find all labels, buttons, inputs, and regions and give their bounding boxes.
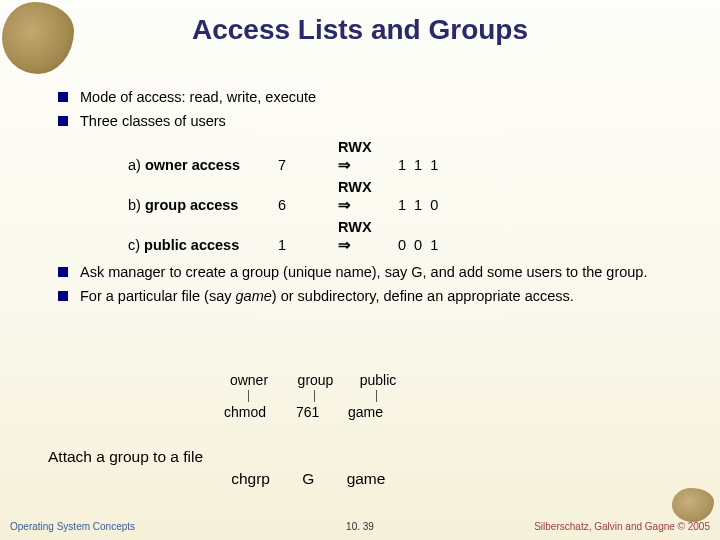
bullet-text: Mode of access: read, write, execute — [80, 88, 680, 108]
perm-octal: 6 — [278, 196, 338, 216]
slide-body: Mode of access: read, write, execute Thr… — [58, 88, 680, 310]
bullet-item: Three classes of users — [58, 112, 680, 132]
perm-bits: 0 0 1 — [398, 236, 458, 256]
bullet-icon — [58, 267, 68, 277]
arrow-icon: ⇒ — [338, 237, 351, 253]
footer-right: Silberschatz, Galvin and Gagne © 2005 — [534, 521, 710, 532]
tick-line — [376, 390, 377, 402]
bullet-item: For a particular file (say game) or subd… — [58, 287, 680, 307]
label-owner: owner — [210, 372, 288, 388]
rwx-header: RWX — [338, 218, 372, 238]
perm-row-owner: a) owner access 7 RWX ⇒ 1 1 1 — [128, 155, 680, 177]
bullet-icon — [58, 92, 68, 102]
perm-octal: 1 — [278, 236, 338, 256]
perm-prefix: c) — [128, 237, 144, 253]
slide-title: Access Lists and Groups — [0, 0, 720, 46]
tick-line — [248, 390, 249, 402]
perm-label: owner access — [145, 157, 240, 173]
dinosaur-logo-bottom — [672, 488, 714, 522]
perm-bits: 1 1 0 — [398, 196, 458, 216]
rwx-header: RWX — [338, 178, 372, 198]
perm-row-group: b) group access 6 RWX ⇒ 1 1 0 — [128, 195, 680, 217]
perm-prefix: a) — [128, 157, 145, 173]
attach-group-text: Attach a group to a file — [48, 448, 203, 466]
chgrp-file: game — [347, 470, 386, 488]
perm-octal: 7 — [278, 156, 338, 176]
bullet-text-part: For a particular file (say — [80, 288, 236, 304]
arrow-icon: ⇒ — [338, 197, 351, 213]
bullet-text-italic: game — [236, 288, 272, 304]
chmod-diagram: owner group public chmod 761 game — [210, 372, 413, 420]
chmod-mode: 761 — [276, 404, 348, 420]
label-group: group — [288, 372, 343, 388]
dinosaur-logo-top — [2, 2, 74, 74]
chmod-file: game — [348, 404, 408, 420]
rwx-header: RWX — [338, 138, 372, 158]
bullet-item: Mode of access: read, write, execute — [58, 88, 680, 108]
bullet-text: For a particular file (say game) or subd… — [80, 287, 680, 307]
chgrp-row: chgrp G game — [200, 470, 385, 488]
perm-label: public access — [144, 237, 239, 253]
bullet-text: Ask manager to create a group (unique na… — [80, 263, 680, 283]
tick-line — [314, 390, 315, 402]
chmod-command: chmod — [198, 404, 276, 420]
chgrp-command: chgrp — [200, 470, 298, 488]
bullet-text: Three classes of users — [80, 112, 680, 132]
perm-prefix: b) — [128, 197, 145, 213]
perm-label: group access — [145, 197, 239, 213]
permissions-table: a) owner access 7 RWX ⇒ 1 1 1 b) group a… — [128, 137, 680, 257]
perm-bits: 1 1 1 — [398, 156, 458, 176]
bullet-text-part: ) or subdirectory, define an appropriate… — [272, 288, 574, 304]
label-public: public — [343, 372, 413, 388]
perm-row-public: c) public access 1 RWX ⇒ 0 0 1 — [128, 235, 680, 257]
bullet-item: Ask manager to create a group (unique na… — [58, 263, 680, 283]
chgrp-group: G — [302, 470, 342, 488]
arrow-icon: ⇒ — [338, 157, 351, 173]
bullet-icon — [58, 116, 68, 126]
bullet-icon — [58, 291, 68, 301]
